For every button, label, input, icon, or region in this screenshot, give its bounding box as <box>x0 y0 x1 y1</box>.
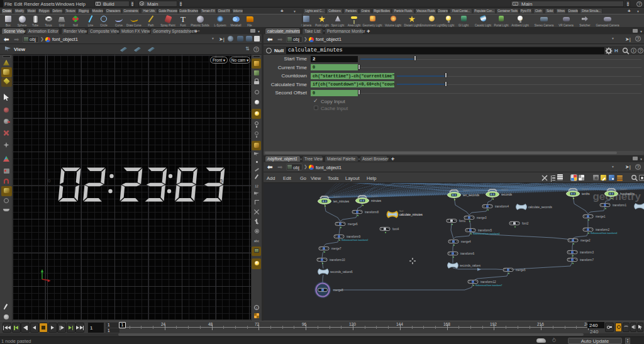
svg-text:transform3: transform3 <box>580 251 594 254</box>
svg-text:transform5: transform5 <box>478 229 492 232</box>
svg-text:Referenced from transform7: Referenced from transform7 <box>475 284 502 287</box>
svg-text:seconds_values6: seconds_values6 <box>330 270 353 274</box>
svg-text:Null: Null <box>399 210 403 213</box>
svg-text:transform12: transform12 <box>480 280 496 284</box>
svg-text:Switch: Switch <box>463 189 470 192</box>
svg-text:transform1: transform1 <box>613 204 626 207</box>
svg-text:merge3: merge3 <box>477 216 487 219</box>
svg-text:Switch: Switch <box>620 188 627 191</box>
svg-text:Referenced from transform2: Referenced from transform2 <box>341 239 369 241</box>
svg-text:transform2: transform2 <box>596 228 609 231</box>
svg-text:tenths: tenths <box>582 192 590 196</box>
svg-text:ten_minutes: ten_minutes <box>333 200 350 203</box>
svg-text:transform4: transform4 <box>495 205 509 208</box>
svg-text:Switch: Switch <box>582 188 589 191</box>
svg-text:merge4: merge4 <box>461 240 471 243</box>
svg-text:seconds_values: seconds_values <box>460 264 481 267</box>
svg-text:merge5: merge5 <box>516 269 526 272</box>
svg-text:transform7: transform7 <box>580 258 594 262</box>
svg-text:seconds: seconds <box>501 193 513 196</box>
svg-text:merge8: merge8 <box>333 289 343 292</box>
svg-text:transform8: transform8 <box>365 211 379 214</box>
svg-text:ten_seconds: ten_seconds <box>463 194 480 197</box>
svg-text:merge6: merge6 <box>348 223 358 226</box>
svg-text:calculate_seconds: calculate_seconds <box>528 206 552 209</box>
svg-text:hundredths: hundredths <box>620 192 635 196</box>
svg-text:font1: font1 <box>459 219 466 223</box>
svg-text:calculate_minutes: calculate_minutes <box>399 213 423 216</box>
svg-text:Referenced from transform4: Referenced from transform4 <box>473 233 500 235</box>
svg-text:font2: font2 <box>522 222 529 225</box>
svg-text:merge7: merge7 <box>331 247 341 250</box>
svg-text:Switch: Switch <box>333 196 340 198</box>
svg-text:transform6: transform6 <box>460 252 474 255</box>
svg-text:font4: font4 <box>392 228 399 231</box>
svg-text:merge1: merge1 <box>596 215 606 218</box>
svg-text:Switch: Switch <box>501 189 508 191</box>
svg-text:Referenced from transform4: Referenced from transform4 <box>591 232 618 235</box>
svg-text:minutes: minutes <box>371 199 382 203</box>
svg-text:transform10: transform10 <box>330 258 345 262</box>
svg-text:Switch: Switch <box>371 195 378 197</box>
svg-text:transform9: transform9 <box>347 235 360 238</box>
svg-text:merge2: merge2 <box>580 239 591 242</box>
